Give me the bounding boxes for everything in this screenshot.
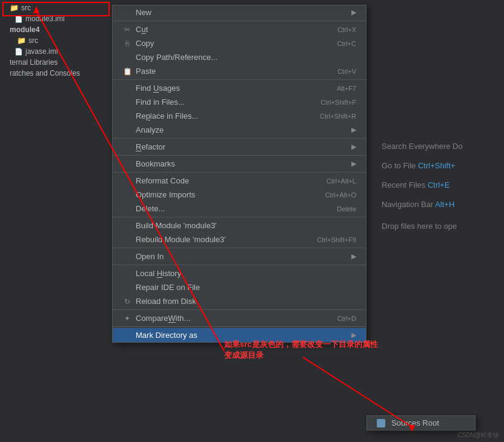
menu-item-refactor[interactable]: Refactor ▶ bbox=[113, 140, 366, 154]
menu-item-paste[interactable]: 📋 Paste Ctrl+V bbox=[113, 64, 366, 78]
separator-1 bbox=[113, 21, 366, 21]
menu-item-compare[interactable]: ✦ CompareWith... Ctrl+D bbox=[113, 311, 366, 325]
paste-icon: 📋 bbox=[122, 67, 132, 76]
file-icon-javase: 📄 bbox=[15, 48, 23, 56]
menu-item-bookmarks[interactable]: Bookmarks ▶ bbox=[113, 157, 366, 171]
right-panel-hints: Search Everywhere Do Go to File Ctrl+Shi… bbox=[377, 133, 504, 240]
sidebar: 📁 src 📄 module3.iml module4 📁 src 📄 java… bbox=[0, 0, 112, 442]
menu-item-copy-path[interactable]: Copy Path/Reference... bbox=[113, 50, 366, 64]
menu-item-cut[interactable]: ✂ Cut Ctrl+X bbox=[113, 22, 366, 36]
separator-5 bbox=[113, 172, 366, 173]
menu-item-local-history[interactable]: Local History bbox=[113, 266, 366, 280]
sources-root-label: Sources Root bbox=[391, 418, 439, 427]
submenu-mark-directory: Sources Root bbox=[366, 415, 476, 430]
menu-item-build[interactable]: Build Module 'module3' bbox=[113, 219, 366, 233]
menu-item-find-files[interactable]: Find in Files... Ctrl+Shift+F bbox=[113, 95, 366, 109]
menu-item-replace[interactable]: Replace in Files... Ctrl+Shift+R bbox=[113, 109, 366, 123]
menu-item-optimize[interactable]: Optimize Imports Ctrl+Alt+O bbox=[113, 188, 366, 202]
separator-10 bbox=[113, 326, 366, 327]
sidebar-label-module4-src: src bbox=[28, 36, 38, 45]
watermark: CSDN@松拿铁 bbox=[458, 431, 500, 440]
menu-item-reload[interactable]: ↻ Reload from Disk bbox=[113, 294, 366, 308]
file-icon: 📄 bbox=[15, 15, 23, 23]
separator-8 bbox=[113, 265, 366, 265]
sidebar-item-module4-src[interactable]: 📁 src bbox=[0, 35, 112, 46]
cut-icon: ✂ bbox=[122, 25, 132, 34]
sidebar-item-module3iml[interactable]: 📄 module3.iml bbox=[0, 13, 112, 24]
refactor-arrow: ▶ bbox=[351, 143, 356, 151]
separator-3 bbox=[113, 138, 366, 139]
reload-icon: ↻ bbox=[122, 297, 132, 306]
separator-4 bbox=[113, 155, 366, 156]
separator-6 bbox=[113, 217, 366, 217]
mark-dir-arrow: ▶ bbox=[351, 331, 356, 339]
separator-9 bbox=[113, 309, 366, 310]
hint-drop: Drop files here to ope bbox=[382, 218, 499, 235]
sidebar-label-libraries: ternal Libraries bbox=[10, 58, 58, 67]
menu-item-rebuild[interactable]: Rebuild Module 'module3' Ctrl+Shift+F9 bbox=[113, 233, 366, 246]
folder-icon-module4-src: 📁 bbox=[17, 36, 26, 45]
context-menu: New ▶ ✂ Cut Ctrl+X ⎘ Copy Ctrl+C Copy Pa… bbox=[112, 5, 366, 343]
sidebar-label-consoles: ratches and Consoles bbox=[10, 69, 80, 78]
open-in-arrow: ▶ bbox=[351, 252, 356, 260]
sidebar-item-libraries[interactable]: ternal Libraries bbox=[0, 57, 112, 68]
sidebar-item-javase[interactable]: 📄 javase.iml bbox=[0, 46, 112, 57]
bookmarks-arrow: ▶ bbox=[351, 160, 356, 168]
module4-label: module4 bbox=[10, 25, 39, 34]
hint-recent: Recent Files Ctrl+E bbox=[382, 177, 499, 194]
menu-item-find-usages[interactable]: Find Usages Alt+F7 bbox=[113, 81, 366, 95]
menu-item-repair[interactable]: Repair IDE on File bbox=[113, 280, 366, 294]
copy-icon: ⎘ bbox=[122, 39, 132, 48]
menu-item-delete[interactable]: Delete... Delete bbox=[113, 202, 366, 216]
menu-item-mark-directory[interactable]: Mark Directory as ▶ bbox=[113, 328, 366, 342]
sidebar-label-module3iml: module3.iml bbox=[25, 15, 65, 23]
hint-goto: Go to File Ctrl+Shift+ bbox=[382, 157, 499, 174]
compare-icon: ✦ bbox=[122, 314, 132, 323]
hint-navbar: Navigation Bar Alt+H bbox=[382, 196, 499, 213]
sidebar-item-src-selected[interactable]: 📁 src bbox=[0, 2, 112, 13]
analyze-arrow: ▶ bbox=[351, 126, 356, 134]
sidebar-label-src: src bbox=[21, 4, 31, 12]
folder-icon: 📁 bbox=[10, 4, 19, 12]
menu-item-copy[interactable]: ⎘ Copy Ctrl+C bbox=[113, 36, 366, 50]
hint-search: Search Everywhere Do bbox=[382, 138, 499, 155]
menu-item-analyze[interactable]: Analyze ▶ bbox=[113, 123, 366, 137]
sidebar-item-module4[interactable]: module4 bbox=[0, 24, 112, 35]
arrow-icon: ▶ bbox=[351, 8, 356, 16]
menu-item-new[interactable]: New ▶ bbox=[113, 5, 366, 19]
separator-2 bbox=[113, 79, 366, 80]
sidebar-label-javase: javase.iml bbox=[25, 47, 58, 56]
sidebar-item-consoles[interactable]: ratches and Consoles bbox=[0, 68, 112, 79]
menu-item-reformat[interactable]: Reformat Code Ctrl+Alt+L bbox=[113, 174, 366, 188]
submenu-item-sources-root[interactable]: Sources Root bbox=[367, 416, 475, 430]
menu-item-open-in[interactable]: Open In ▶ bbox=[113, 249, 366, 263]
separator-7 bbox=[113, 248, 366, 248]
sources-root-icon bbox=[377, 419, 385, 427]
